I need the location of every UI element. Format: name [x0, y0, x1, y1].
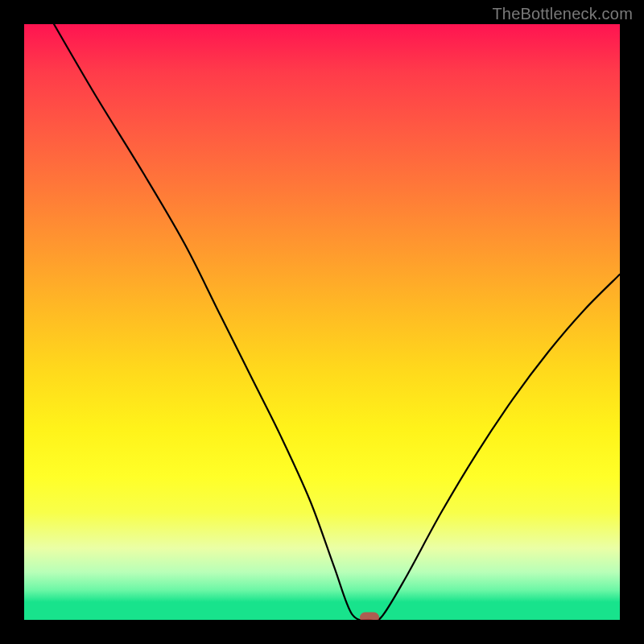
optimal-point-marker — [360, 613, 379, 621]
watermark-text: TheBottleneck.com — [492, 5, 633, 23]
chart-frame: TheBottleneck.com — [0, 0, 644, 644]
bottleneck-curve — [24, 24, 620, 620]
plot-area — [24, 24, 620, 620]
